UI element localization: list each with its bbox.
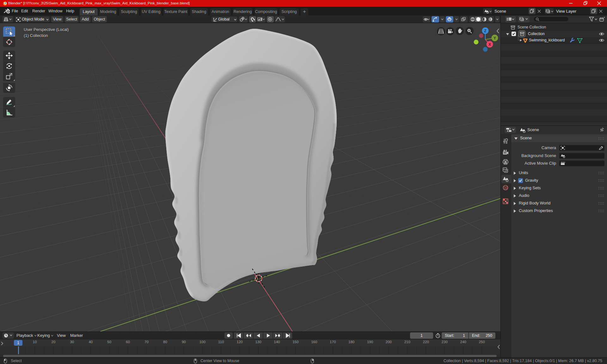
svg-text:X: X <box>488 42 491 47</box>
svg-text:Z: Z <box>484 29 486 33</box>
svg-text:Y: Y <box>494 36 496 40</box>
